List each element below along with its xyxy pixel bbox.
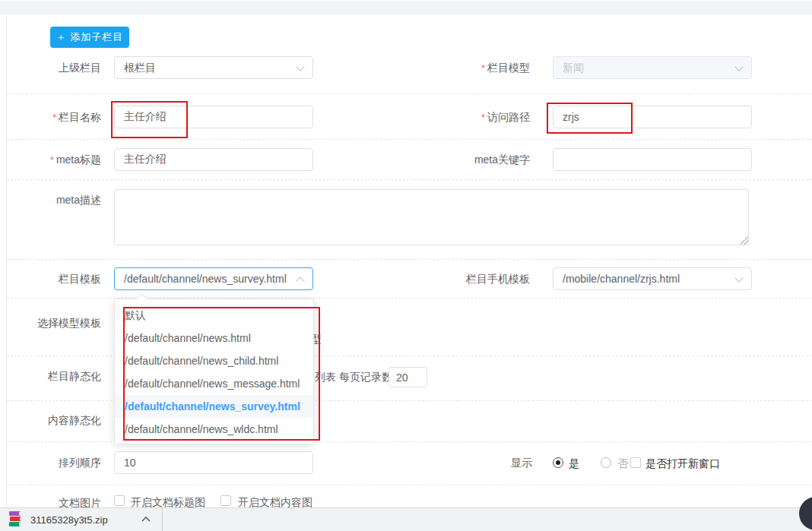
required-asterisk: * xyxy=(52,112,56,123)
winrar-archive-icon xyxy=(8,510,24,527)
sort-order-label: 排列顺序 xyxy=(7,455,101,470)
display-no-label[interactable]: 否 xyxy=(617,457,628,470)
channel-template-label: 栏目模板 xyxy=(7,271,101,286)
channel-template-select[interactable]: /default/channel/news_survey.html xyxy=(114,267,313,290)
mobile-template-value: /mobile/channel/zrjs.html xyxy=(563,268,680,289)
display-yes-label[interactable]: 是 xyxy=(569,457,579,470)
row-divider xyxy=(7,139,812,140)
textarea-resize-grip[interactable] xyxy=(741,237,748,245)
row-divider xyxy=(7,93,812,94)
access-path-input[interactable] xyxy=(553,106,752,128)
download-item-divider xyxy=(162,508,163,531)
download-bar: 31165328y3t5.zip xyxy=(0,507,812,531)
chevron-up-icon xyxy=(296,277,304,285)
row-divider xyxy=(7,259,812,260)
panel-left-border xyxy=(6,14,7,507)
dropdown-arrow xyxy=(136,293,147,304)
channel-static-list-text: 列表 每页记录数 xyxy=(315,369,392,384)
meta-title-label: *meta标题 xyxy=(7,152,101,167)
open-new-window-label: 是否打开新窗口 xyxy=(645,457,720,470)
dropdown-option-selected[interactable]: /default/channel/news_survey.html xyxy=(115,395,313,418)
channel-template-value: /default/channel/news_survey.html xyxy=(124,268,287,289)
row-divider xyxy=(7,179,812,180)
content-static-label: 内容静态化 xyxy=(7,412,101,428)
display-label: 显示 xyxy=(426,455,532,470)
mobile-template-label: 栏目手机模板 xyxy=(426,271,530,286)
required-asterisk: * xyxy=(50,154,54,166)
top-strip xyxy=(0,0,812,14)
open-new-window-checkbox[interactable] xyxy=(630,457,641,468)
channel-edit-page: ＋ 添加子栏目 上级栏目 根栏目 *栏目模型 新闻 *栏目名称 *访问路径 *m… xyxy=(0,0,812,531)
channel-static-label: 栏目静态化 xyxy=(7,368,101,384)
download-filename[interactable]: 31165328y3t5.zip xyxy=(30,514,108,527)
dropdown-option[interactable]: 默认 xyxy=(115,304,313,327)
channel-model-value: 新闻 xyxy=(563,57,584,78)
channel-model-label: *栏目模型 xyxy=(426,60,530,75)
doc-content-image-checkbox[interactable] xyxy=(220,495,231,506)
dropdown-option[interactable]: /default/channel/news.html xyxy=(115,327,313,349)
chevron-down-icon xyxy=(296,62,304,71)
page-size-input[interactable] xyxy=(389,367,427,387)
caret-up-icon[interactable] xyxy=(139,513,153,526)
channel-model-select: 新闻 xyxy=(553,56,752,79)
sort-order-input[interactable] xyxy=(114,451,313,474)
meta-description-label: meta描述 xyxy=(7,192,101,207)
meta-keywords-input[interactable] xyxy=(553,148,752,171)
parent-channel-select[interactable]: 根栏目 xyxy=(114,56,313,79)
dropdown-option[interactable]: /default/channel/news_message.html xyxy=(115,372,313,395)
model-template-label: 选择模型模板 xyxy=(7,315,101,330)
channel-name-label: *栏目名称 xyxy=(7,109,101,125)
required-asterisk: * xyxy=(481,62,485,74)
access-path-label: *访问路径 xyxy=(426,109,530,125)
parent-channel-value: 根栏目 xyxy=(124,57,156,78)
channel-name-input[interactable] xyxy=(114,106,313,128)
chevron-down-icon xyxy=(734,62,743,71)
chevron-down-icon xyxy=(734,273,743,282)
template-dropdown-panel: 默认 /default/channel/news.html /default/c… xyxy=(114,299,314,444)
row-divider xyxy=(7,485,812,485)
parent-channel-label: 上级栏目 xyxy=(7,60,101,75)
dropdown-option[interactable]: /default/channel/news_child.html xyxy=(115,349,313,372)
mobile-template-select[interactable]: /mobile/channel/zrjs.html xyxy=(553,267,752,290)
meta-keywords-label: meta关键字 xyxy=(426,152,530,167)
display-no-radio[interactable] xyxy=(601,457,611,468)
meta-description-textarea[interactable] xyxy=(114,189,749,245)
meta-title-input[interactable] xyxy=(114,148,313,171)
add-child-channel-button[interactable]: ＋ 添加子栏目 xyxy=(50,27,129,48)
display-yes-radio[interactable] xyxy=(553,457,563,468)
doc-title-image-checkbox[interactable] xyxy=(114,495,125,506)
dropdown-option[interactable]: /default/channel/news_wldc.html xyxy=(115,418,313,441)
required-asterisk: * xyxy=(481,112,485,123)
